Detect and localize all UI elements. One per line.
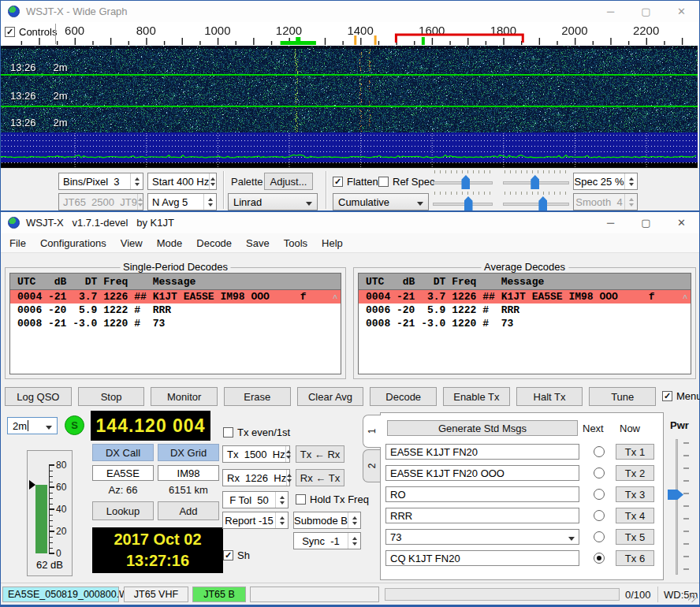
tune-button[interactable]: Tune <box>589 387 656 406</box>
tx6-message-field[interactable]: CQ K1JT FN20 <box>385 550 579 566</box>
menu-decode[interactable]: Decode <box>189 237 239 249</box>
tx5-now-button[interactable]: Tx 5 <box>616 529 654 545</box>
average-decode-rows[interactable]: 0004 -21 3.7 1226 ## K1JT EA5SE IM98 OOO… <box>359 290 691 330</box>
zero2-slider[interactable] <box>503 192 569 212</box>
pwr-slider-track[interactable] <box>676 439 678 575</box>
menu-save[interactable]: Save <box>239 237 277 249</box>
controls-checkbox[interactable]: ✓ Controls <box>5 26 57 38</box>
enable-tx-button[interactable]: Enable Tx <box>443 387 510 406</box>
main-titlebar[interactable]: WSJT-X v1.7.1-devel by K1JT ─ ▢ ✕ <box>1 212 699 233</box>
frequency-display[interactable]: 144.120 004 <box>91 411 210 441</box>
menu-file[interactable]: File <box>2 237 33 249</box>
wide-graph-titlebar[interactable]: WSJT-X - Wide Graph ─ ▢ ✕ <box>1 1 699 22</box>
lookup-button[interactable]: Lookup <box>92 501 154 520</box>
dx-grid-button[interactable]: DX Grid <box>158 444 219 461</box>
log-qso-button[interactable]: Log QSO <box>5 387 72 406</box>
gain2-slider[interactable] <box>433 192 493 212</box>
main-window: WSJT-X v1.7.1-devel by K1JT ─ ▢ ✕ File C… <box>0 211 700 607</box>
dx-grid-field[interactable]: IM98 <box>158 465 219 481</box>
submode-spinbox[interactable]: Submode B <box>293 512 361 529</box>
decode-row[interactable]: 0004 -21 3.7 1226 ## K1JT EA5SE IM98 OOO… <box>359 290 691 304</box>
flatten-checkbox[interactable]: ✓Flatten <box>333 176 378 188</box>
stop-button[interactable]: Stop <box>78 387 145 406</box>
tx2-next-radio[interactable] <box>594 467 605 479</box>
tx1-next-radio[interactable] <box>594 446 605 457</box>
waterfall-canvas[interactable] <box>1 46 698 132</box>
close-icon[interactable]: ✕ <box>664 212 699 233</box>
menus-checkbox[interactable]: ✓Menus <box>662 390 700 402</box>
decode-button[interactable]: Decode <box>370 387 437 406</box>
decode-row[interactable]: 0008 -21 -3.0 1220 # 73 <box>359 317 691 330</box>
menu-configurations[interactable]: Configurations <box>33 237 114 249</box>
tx6-now-button[interactable]: Tx 6 <box>616 550 654 566</box>
single-period-rows[interactable]: 0004 -21 3.7 1226 ## K1JT EA5SE IM98 OOO… <box>10 290 341 330</box>
sh-checkbox[interactable]: ✓Sh <box>223 549 250 561</box>
pwr-slider-handle[interactable] <box>668 490 683 500</box>
clear-avg-button[interactable]: Clear Avg <box>297 387 364 406</box>
decode-row[interactable]: 0008 -21 -3.0 1220 # 73 <box>10 317 341 330</box>
gain-slider[interactable] <box>433 170 493 191</box>
tx2-message-field[interactable]: EA5SE K1JT FN20 OOO <box>385 465 579 481</box>
hold-tx-freq-checkbox[interactable]: Hold Tx Freq <box>296 493 369 505</box>
maximize-icon[interactable]: ▢ <box>628 1 664 22</box>
bins-pixel-spinbox[interactable]: Bins/Pixel 3 <box>58 173 143 190</box>
tx-freq-spinbox[interactable]: Tx 1500 Hz <box>222 445 290 463</box>
menu-help[interactable]: Help <box>315 237 350 249</box>
scroll-up-icon[interactable]: ^ <box>333 294 337 303</box>
sync-status-indicator[interactable]: S <box>65 415 84 435</box>
n-avg-spinbox[interactable]: N Avg 5 <box>147 193 217 210</box>
tx-from-rx-button[interactable]: Tx ← Rx <box>296 445 344 463</box>
rx-freq-spinbox[interactable]: Rx 1226 Hz <box>222 469 290 486</box>
monitor-button[interactable]: Monitor <box>151 387 218 406</box>
tab-1[interactable]: 1 <box>363 415 381 448</box>
tx1-now-button[interactable]: Tx 1 <box>616 444 654 460</box>
tx4-message-field[interactable]: RRR <box>385 508 579 523</box>
tx3-next-radio[interactable] <box>594 489 605 500</box>
spectrum-mode-combo[interactable]: Cumulative <box>333 193 429 210</box>
menu-tools[interactable]: Tools <box>277 237 315 249</box>
dx-call-button[interactable]: DX Call <box>92 444 154 461</box>
sync-spinbox[interactable]: Sync -1 <box>293 532 361 549</box>
erase-button[interactable]: Erase <box>224 387 291 406</box>
zero-slider[interactable] <box>503 170 569 191</box>
add-button[interactable]: Add <box>158 501 219 520</box>
menu-view[interactable]: View <box>114 237 150 249</box>
tx2-now-button[interactable]: Tx 2 <box>616 465 654 481</box>
dx-call-field[interactable]: EA5SE <box>92 465 154 481</box>
decode-header: UTC dB DT Freq Message <box>359 276 544 288</box>
tx3-message-field[interactable]: RO <box>385 486 579 502</box>
rx-from-tx-button[interactable]: Rx ← Tx <box>296 469 344 486</box>
tx5-message-combo[interactable]: 73 <box>385 529 579 545</box>
palette-adjust-button[interactable]: Adjust... <box>264 173 313 190</box>
ref-spec-checkbox[interactable]: Ref Spec <box>378 176 434 188</box>
tx4-next-radio[interactable] <box>594 510 605 521</box>
decode-row[interactable]: 0006 -20 5.9 1222 # RRR <box>10 304 341 317</box>
tx-even-checkbox[interactable]: Tx even/1st <box>223 426 290 438</box>
tab-2[interactable]: 2 <box>363 449 381 482</box>
palette-combo[interactable]: Linrad <box>228 193 318 210</box>
resize-grip[interactable] <box>688 594 697 602</box>
decode-row[interactable]: 0004 -21 3.7 1226 ## K1JT EA5SE IM98 OOO… <box>10 290 341 304</box>
start-hz-spinbox[interactable]: Start 400 Hz <box>147 173 217 190</box>
spec-percent-spinbox[interactable]: Spec 25 % <box>573 173 638 190</box>
maximize-icon[interactable]: ▢ <box>628 212 664 233</box>
minimize-icon[interactable]: ─ <box>593 212 628 233</box>
tx5-next-radio[interactable] <box>594 531 605 542</box>
spectrum-plot[interactable] <box>1 132 698 168</box>
tx4-now-button[interactable]: Tx 4 <box>616 508 654 523</box>
decode-row[interactable]: 0006 -20 5.9 1222 # RRR <box>359 304 691 317</box>
tx6-next-radio[interactable] <box>594 553 605 564</box>
generate-std-msgs-button[interactable]: Generate Std Msgs <box>387 420 578 436</box>
minimize-icon[interactable]: ─ <box>593 1 628 22</box>
waterfall[interactable]: 13:262m 13:262m 13:262m <box>1 46 699 132</box>
scroll-up-icon[interactable]: ^ <box>683 294 687 303</box>
close-icon[interactable]: ✕ <box>664 1 699 22</box>
halt-tx-button[interactable]: Halt Tx <box>516 387 583 406</box>
frequency-scale-canvas[interactable] <box>1 22 698 46</box>
menu-mode[interactable]: Mode <box>150 237 190 249</box>
band-combo[interactable]: 2m <box>7 417 58 434</box>
tx1-message-field[interactable]: EA5SE K1JT FN20 <box>385 444 579 460</box>
f-tol-spinbox[interactable]: F Tol 50 <box>222 491 289 508</box>
report-spinbox[interactable]: Report -15 <box>222 512 289 529</box>
tx3-now-button[interactable]: Tx 3 <box>616 486 654 502</box>
